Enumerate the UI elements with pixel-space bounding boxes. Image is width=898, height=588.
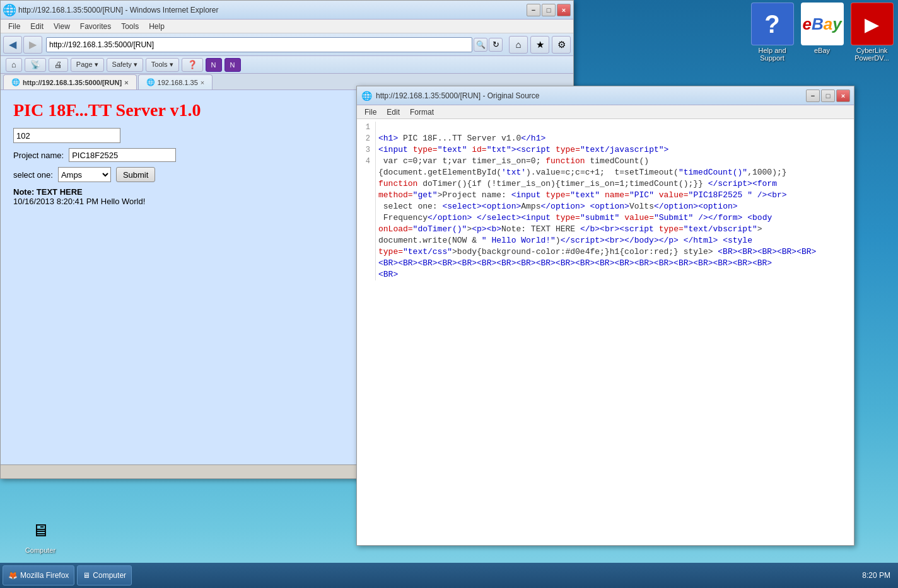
fav-btn-onenote2[interactable]: N <box>224 58 241 72</box>
menu-file[interactable]: File <box>3 21 25 32</box>
cyberlink-label: CyberLink PowerDV... <box>848 47 895 62</box>
cyberlink-icon[interactable]: ▶ CyberLink PowerDV... <box>848 3 895 62</box>
tab-secondary-close[interactable]: × <box>201 79 204 86</box>
menu-edit[interactable]: Edit <box>25 21 49 32</box>
project-input[interactable] <box>69 148 176 162</box>
taskbar-time: 8:20 PM <box>857 571 895 580</box>
computer-icon-label: Computer <box>25 546 55 554</box>
refresh-button[interactable]: ↻ <box>489 38 503 52</box>
browser-menubar: File Edit View Favorites Tools Help <box>1 20 573 33</box>
source-titlebar: 🌐 http://192.168.1.35:5000/[RUN] - Origi… <box>357 86 854 105</box>
taskbar-computer[interactable]: 🖥 Computer <box>77 565 132 585</box>
fav-btn-home[interactable]: ⌂ <box>6 58 22 72</box>
home-fav-icon: ⌂ <box>11 60 16 69</box>
second-toolbar: ⌂ 📡 🖨 Page ▾ Safety ▾ Tools ▾ ❓ N N <box>1 56 573 74</box>
menu-tools[interactable]: Tools <box>116 21 144 32</box>
tab-main[interactable]: 🌐 http://192.168.1.35:5000/[RUN] × <box>3 74 137 89</box>
source-menu-file[interactable]: File <box>359 107 382 118</box>
fav-btn-print[interactable]: 🖨 <box>49 58 68 72</box>
minimize-button[interactable]: − <box>527 4 540 16</box>
source-title-text: http://192.168.1.35:5000/[RUN] - Origina… <box>376 91 806 100</box>
tab-main-icon: 🌐 <box>11 78 20 86</box>
tab-secondary-icon: 🌐 <box>146 78 155 86</box>
ebay-label: eBay <box>814 47 830 54</box>
source-close-button[interactable]: × <box>836 89 850 102</box>
source-titlebar-buttons: − □ × <box>806 89 850 102</box>
tab-main-close[interactable]: × <box>124 79 128 86</box>
maximize-button[interactable]: □ <box>542 4 556 16</box>
ebay-icon[interactable]: eBay eBay <box>798 3 846 62</box>
top-icons-area: ? Help and Support eBay eBay ▶ CyberLink… <box>746 0 898 64</box>
firefox-icon: 🦊 <box>8 571 18 580</box>
help-support-label: Help and Support <box>749 47 796 62</box>
firefox-label: Mozilla Firefox <box>20 571 69 580</box>
fav-btn-safety[interactable]: Safety ▾ <box>107 58 143 72</box>
close-button[interactable]: × <box>557 4 571 16</box>
source-line-3: 3 <input type="text" id="txt"><script ty… <box>357 144 854 156</box>
forward-button[interactable]: ▶ <box>23 36 42 54</box>
menu-help[interactable]: Help <box>144 21 170 32</box>
home-button[interactable]: ⌂ <box>509 36 528 54</box>
browser-toolbar: ◀ ▶ 🔍 ↻ ⌂ ★ ⚙ <box>1 33 573 56</box>
select-label: select one: <box>13 170 53 180</box>
source-content[interactable]: 1 2 <h1> PIC 18F...TT Server v1.0</h1> 3… <box>357 119 854 545</box>
source-maximize-button[interactable]: □ <box>821 89 835 102</box>
fav-btn-onenote1[interactable]: N <box>206 58 222 72</box>
taskbar: 🦊 Mozilla Firefox 🖥 Computer 8:20 PM <box>0 563 898 588</box>
fav-btn-help[interactable]: ❓ <box>182 58 203 72</box>
fav-btn-page[interactable]: Page ▾ <box>71 58 104 72</box>
source-menu-format[interactable]: Format <box>405 107 439 118</box>
fav-btn-tools[interactable]: Tools ▾ <box>146 58 179 72</box>
source-line-2: 2 <h1> PIC 18F...TT Server v1.0</h1> <box>357 133 854 144</box>
browser-title: http://192.168.1.35:5000/[RUN] - Windows… <box>18 6 527 14</box>
rss-icon: 📡 <box>30 60 40 69</box>
computer-icon: 🖥 <box>25 515 55 545</box>
help-support-icon[interactable]: ? Help and Support <box>749 3 796 62</box>
tab-secondary[interactable]: 🌐 192.168.1.35 × <box>138 74 213 89</box>
print-icon: 🖨 <box>54 60 62 69</box>
address-input[interactable] <box>46 37 472 52</box>
fav-btn-rss[interactable]: 📡 <box>25 58 46 72</box>
tab-main-label: http://192.168.1.35:5000/[RUN] <box>23 79 122 86</box>
computer-taskbar-icon: 🖥 <box>83 571 90 580</box>
menu-view[interactable]: View <box>49 21 75 32</box>
address-bar-wrapper: 🔍 ↻ <box>46 37 503 52</box>
search-icon[interactable]: 🔍 <box>474 38 487 52</box>
ie-icon: 🌐 <box>3 4 16 16</box>
back-button[interactable]: ◀ <box>3 36 22 54</box>
counter-input[interactable] <box>13 128 120 143</box>
favorites-button[interactable]: ★ <box>530 36 549 54</box>
source-window: 🌐 http://192.168.1.35:5000/[RUN] - Origi… <box>356 86 854 546</box>
tools-button[interactable]: ⚙ <box>552 36 571 54</box>
source-menubar: File Edit Format <box>357 105 854 119</box>
desktop-icon-computer[interactable]: 🖥 Computer <box>15 512 66 556</box>
source-line-1: 1 <box>357 122 854 133</box>
source-line-4: 4 var c=0;var t;var timer_is_on=0; funct… <box>357 156 854 280</box>
source-menu-edit[interactable]: Edit <box>382 107 405 118</box>
project-label: Project name: <box>13 151 64 160</box>
taskbar-firefox[interactable]: 🦊 Mozilla Firefox <box>3 565 74 585</box>
source-minimize-button[interactable]: − <box>806 89 820 102</box>
browser-titlebar: 🌐 http://192.168.1.35:5000/[RUN] - Windo… <box>1 1 573 20</box>
select-dropdown[interactable]: Amps Volts Frequency <box>58 167 111 182</box>
submit-button[interactable]: Submit <box>116 167 155 182</box>
computer-taskbar-label: Computer <box>93 571 126 580</box>
titlebar-buttons: − □ × <box>527 4 571 16</box>
tab-secondary-label: 192.168.1.35 <box>158 79 198 86</box>
menu-favorites[interactable]: Favorites <box>75 21 116 32</box>
source-ie-icon: 🌐 <box>361 90 372 101</box>
